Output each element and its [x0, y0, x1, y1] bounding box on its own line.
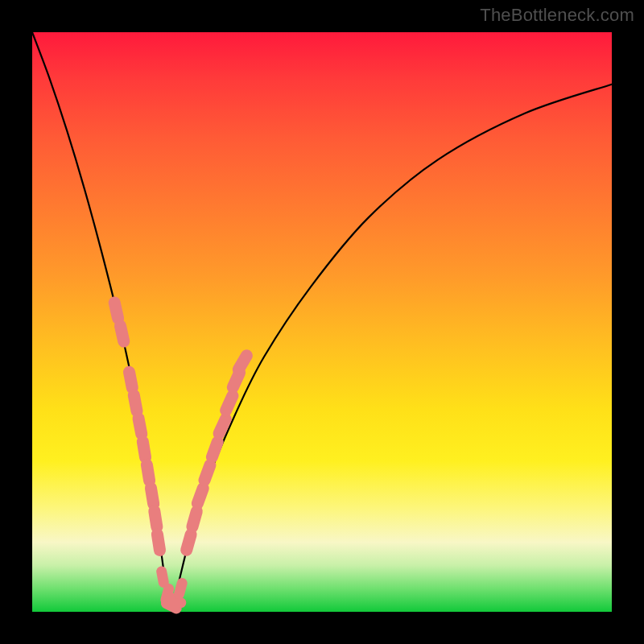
- bead: [226, 396, 233, 411]
- bead: [197, 489, 203, 504]
- bead: [155, 511, 157, 527]
- highlight-beads: [114, 303, 246, 609]
- bead: [180, 583, 183, 594]
- bead: [147, 464, 149, 481]
- bead: [134, 395, 137, 411]
- bead: [204, 465, 210, 481]
- bead: [157, 535, 159, 551]
- bead: [162, 572, 164, 583]
- bead: [219, 419, 225, 434]
- bead: [130, 372, 133, 388]
- bead: [120, 326, 123, 341]
- curve-svg: [32, 32, 612, 612]
- bead: [138, 419, 142, 435]
- bead: [192, 511, 196, 526]
- bead: [212, 442, 217, 457]
- bead: [238, 356, 246, 369]
- bead: [187, 535, 191, 550]
- plot-area: [32, 32, 612, 612]
- chart-frame: TheBottleneck.com: [0, 0, 644, 644]
- bead: [151, 488, 153, 504]
- bead: [142, 442, 145, 458]
- watermark-text: TheBottleneck.com: [480, 5, 634, 26]
- bead: [114, 303, 118, 318]
